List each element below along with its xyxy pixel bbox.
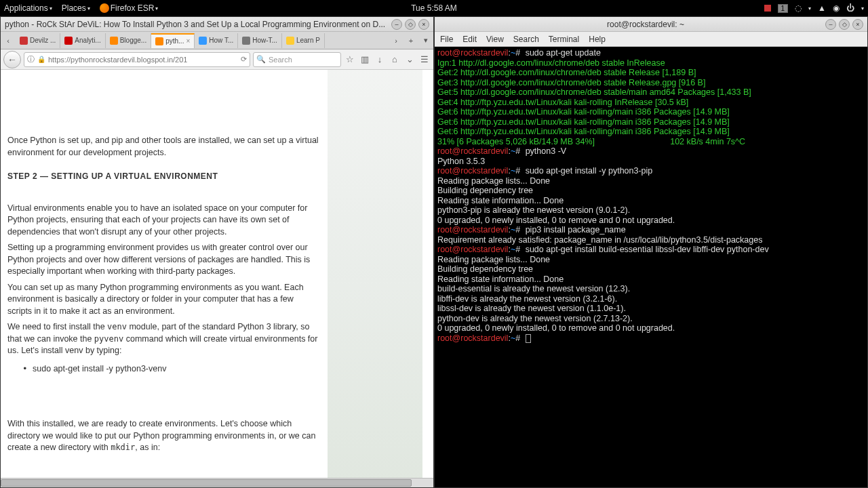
tab-label: Blogge... (120, 37, 146, 44)
menu-help[interactable]: Help (589, 35, 606, 44)
browser-tab[interactable]: How-T... (238, 33, 282, 48)
terminal-titlebar[interactable]: root@rockstardevil: ~ – ◇ × (435, 17, 867, 32)
network-icon[interactable]: ▲ (818, 3, 826, 13)
firefox-icon (100, 3, 109, 13)
power-icon[interactable]: ⏻ (846, 3, 854, 13)
info-icon[interactable]: ⓘ (27, 54, 35, 64)
terminal-output[interactable]: root@rockstardevil:~# sudo apt-get updat… (435, 47, 867, 487)
search-box[interactable]: 🔍 Search (253, 52, 341, 67)
menu-file[interactable]: File (440, 35, 453, 44)
terminal-menubar: FileEditViewSearchTerminalHelp (435, 32, 867, 47)
browser-tab[interactable]: Devilz ... (16, 33, 60, 48)
favicon (64, 37, 73, 45)
accessibility-icon[interactable]: ◌ (795, 3, 802, 13)
code-command: • sudo apt-get install -y python3-venv (22, 363, 319, 375)
back-button[interactable]: ← (3, 51, 21, 68)
horizontal-scrollbar[interactable] (1, 478, 433, 487)
places-menu[interactable]: Places ▾ (62, 3, 90, 13)
gnome-top-bar: Applications ▾ Places ▾ Firefox ESR ▾ Tu… (0, 0, 868, 16)
browser-tab[interactable]: Analyti... (60, 33, 105, 48)
favicon (110, 37, 118, 45)
browser-tab[interactable]: How T... (195, 33, 238, 48)
close-button[interactable]: × (852, 19, 863, 30)
tab-label: Analyti... (75, 37, 100, 44)
page-content[interactable]: Once Python is set up, and pip and other… (1, 70, 433, 478)
tab-label: How-T... (252, 37, 277, 44)
navigation-toolbar: ← ⓘ 🔒 https://pythonrockstardevil.blogsp… (1, 49, 433, 70)
tab-label: pyth... (165, 37, 184, 45)
paragraph: We need to first install the venv module… (7, 321, 319, 357)
menu-edit[interactable]: Edit (462, 35, 477, 44)
reload-icon[interactable]: ⟳ (241, 55, 247, 64)
tab-label: How T... (209, 37, 233, 44)
sidebar-icon[interactable]: ▥ (359, 54, 371, 64)
url-bar[interactable]: ⓘ 🔒 https://pythonrockstardevil.blogspot… (24, 52, 250, 67)
bookmark-star-icon[interactable]: ☆ (344, 54, 356, 64)
window-title: root@rockstardevil: ~ (466, 20, 825, 29)
close-tab-icon[interactable]: × (186, 37, 190, 45)
active-app-indicator[interactable]: Firefox ESR ▾ (100, 3, 159, 13)
tab-strip: ‹ Devilz ...Analyti...Blogge...pyth...×H… (1, 32, 433, 49)
article-body: Once Python is set up, and pip and other… (1, 70, 326, 478)
maximize-button[interactable]: ◇ (405, 19, 416, 30)
step-heading: STEP 2 — SETTING UP A VIRTUAL ENVIRONMEN… (7, 171, 319, 182)
menu-terminal[interactable]: Terminal (549, 35, 579, 44)
tabs-dropdown[interactable]: ▾ (418, 33, 433, 48)
close-button[interactable]: × (418, 19, 429, 30)
favicon (155, 37, 163, 45)
favicon (199, 37, 207, 45)
maximize-button[interactable]: ◇ (839, 19, 850, 30)
home-icon[interactable]: ⌂ (389, 54, 401, 64)
paragraph: You can set up as many Python programmin… (7, 282, 319, 318)
tab-label: Learn P (296, 37, 320, 44)
recording-icon (764, 5, 771, 12)
new-tab-button[interactable]: + (403, 33, 418, 48)
tab-scroll-left[interactable]: ‹ (1, 33, 16, 48)
paragraph: With this installed, we are ready to cre… (7, 418, 319, 454)
menu-search[interactable]: Search (513, 35, 539, 44)
blog-sidebar (328, 70, 422, 478)
lock-icon: 🔒 (37, 56, 45, 63)
firefox-window: python - RoCk StAr DeViL: How To Install… (0, 16, 434, 488)
paragraph: Virtual environments enable you to have … (7, 203, 319, 239)
favicon (242, 37, 250, 45)
wifi-icon[interactable]: ◉ (833, 3, 840, 13)
tab-label: Devilz ... (30, 37, 56, 44)
favicon (20, 37, 28, 45)
paragraph: Setting up a programming environment pro… (7, 242, 319, 278)
menu-view[interactable]: View (486, 35, 504, 44)
paragraph: Once Python is set up, and pip and other… (7, 135, 319, 159)
browser-tab[interactable]: Learn P (282, 33, 325, 48)
search-icon: 🔍 (256, 55, 266, 64)
window-title: python - RoCk StAr DeViL: How To Install… (5, 20, 391, 29)
applications-menu[interactable]: Applications ▾ (4, 3, 52, 13)
tab-scroll-right[interactable]: › (389, 33, 403, 48)
favicon (286, 37, 294, 45)
menu-icon[interactable]: ☰ (418, 54, 431, 64)
terminal-window: root@rockstardevil: ~ – ◇ × FileEditView… (434, 16, 868, 488)
browser-tab[interactable]: Blogge... (106, 33, 151, 48)
firefox-titlebar[interactable]: python - RoCk StAr DeViL: How To Install… (1, 17, 433, 32)
url-text: https://pythonrockstardevil.blogspot.in/… (48, 56, 187, 64)
downloads-icon[interactable]: ↓ (374, 54, 386, 64)
pocket-icon[interactable]: ⌄ (403, 54, 416, 64)
minimize-button[interactable]: – (391, 19, 402, 30)
browser-tab[interactable]: pyth...× (151, 33, 195, 48)
clock[interactable]: Tue 5:58 AM (411, 3, 457, 13)
workspace-indicator[interactable]: 1 (778, 4, 789, 13)
minimize-button[interactable]: – (825, 19, 836, 30)
